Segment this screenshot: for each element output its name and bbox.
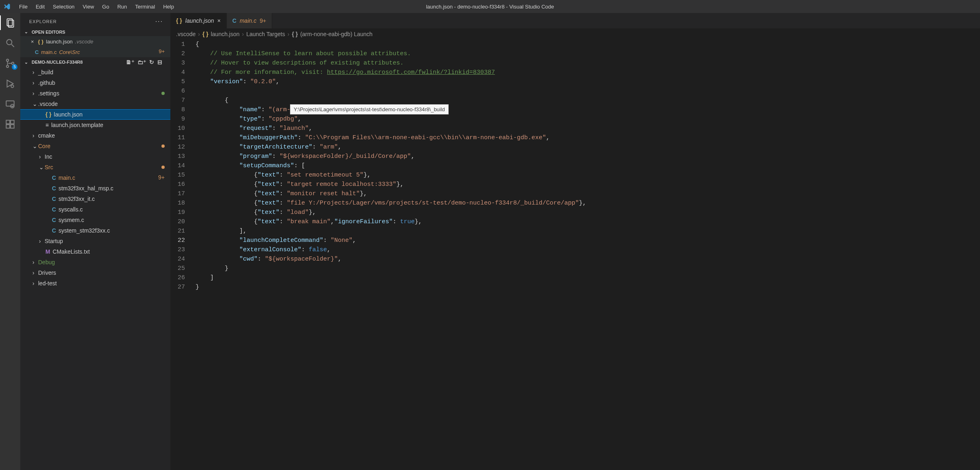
tree-label: stm32f3xx_hal_msp.c	[58, 185, 113, 192]
tab-label: launch.json	[185, 17, 214, 24]
tree-label: Src	[45, 164, 53, 170]
editor-tab[interactable]: { }launch.json×	[170, 13, 227, 28]
tree-label: Drivers	[38, 269, 56, 276]
collapse-icon[interactable]: ⊟	[157, 59, 162, 65]
extensions-icon[interactable]	[4, 119, 16, 130]
close-icon[interactable]: ×	[217, 17, 221, 24]
svg-point-7	[11, 85, 13, 88]
modified-dot-icon	[161, 144, 165, 148]
tree-label: Core	[38, 143, 50, 149]
tree-label: launch.json	[54, 111, 83, 118]
file-icon: C	[52, 217, 56, 223]
tree-label: stm32f3xx_it.c	[58, 196, 95, 202]
tree-label: _build	[38, 69, 53, 75]
breadcrumb-item[interactable]: .vscode	[176, 31, 196, 37]
breadcrumbs[interactable]: .vscode›{ }launch.json›Launch Targets›{ …	[170, 28, 980, 40]
folder-item[interactable]: ›_build	[20, 67, 170, 78]
tree-label: cmake	[38, 132, 55, 139]
sidebar: EXPLORER ··· ⌄OPEN EDITORS ×{ }launch.js…	[20, 13, 170, 470]
file-icon: M	[45, 248, 50, 255]
chevron-icon: ›	[39, 238, 45, 244]
breadcrumb-icon: { }	[202, 31, 208, 37]
menu-selection[interactable]: Selection	[49, 2, 78, 11]
source-control-icon[interactable]: 5	[4, 58, 16, 69]
sidebar-title: EXPLORER	[29, 19, 57, 24]
file-hint: .vscode	[75, 39, 93, 45]
tree-label: .github	[38, 80, 55, 86]
file-icon: { }	[38, 39, 44, 45]
folder-item[interactable]: ›.github	[20, 78, 170, 88]
svg-rect-10	[6, 120, 10, 124]
breadcrumb-item[interactable]: Launch Targets	[246, 31, 285, 37]
menu-run[interactable]: Run	[114, 2, 131, 11]
editor-area: { }launch.json×Cmain.c9+ .vscode›{ }laun…	[170, 13, 980, 470]
run-debug-icon[interactable]	[4, 78, 16, 89]
menu-bar: FileEditSelectionViewGoRunTerminalHelp	[15, 2, 178, 11]
file-item[interactable]: Cstm32f3xx_it.c	[20, 194, 170, 204]
file-item[interactable]: Cstm32f3xx_hal_msp.c	[20, 183, 170, 194]
folder-name: DEMO-NUCLEO-F334R8	[32, 60, 83, 65]
open-editor-item[interactable]: Cmain.cCore\Src9+	[20, 47, 170, 57]
vscode-logo-icon	[3, 3, 11, 10]
file-tree: ›_build›.github›.settings⌄.vscode{ }laun…	[20, 67, 170, 470]
folder-item[interactable]: ›Debug	[20, 257, 170, 267]
file-item[interactable]: Csystem_stm32f3xx.c	[20, 225, 170, 236]
menu-terminal[interactable]: Terminal	[131, 2, 159, 11]
menu-edit[interactable]: Edit	[32, 2, 48, 11]
folder-header[interactable]: ⌄DEMO-NUCLEO-F334R8 🗎⁺ 🗀⁺ ↻ ⊟	[20, 57, 170, 67]
file-item[interactable]: MCMakeLists.txt	[20, 246, 170, 257]
refresh-icon[interactable]: ↻	[149, 59, 154, 65]
tree-label: sysmem.c	[58, 217, 84, 223]
chevron-icon: ›	[32, 280, 38, 287]
menu-file[interactable]: File	[15, 2, 31, 11]
chevron-icon: ›	[32, 69, 38, 75]
editor-tab[interactable]: Cmain.c9+	[227, 13, 272, 28]
close-icon[interactable]: ×	[31, 39, 34, 45]
folder-item[interactable]: ›Startup	[20, 236, 170, 246]
svg-rect-13	[11, 120, 14, 124]
modified-badge: 9+	[159, 48, 165, 54]
file-icon: C	[52, 196, 56, 202]
file-item[interactable]: Csysmem.c	[20, 215, 170, 225]
file-label: main.c	[41, 49, 56, 55]
chevron-icon: ⌄	[32, 101, 38, 107]
open-editor-item[interactable]: ×{ }launch.json.vscode	[20, 36, 170, 47]
menu-go[interactable]: Go	[99, 2, 113, 11]
modified-badge: 9+	[260, 17, 266, 24]
breadcrumb-item[interactable]: launch.json	[211, 31, 240, 37]
file-item[interactable]: Cmain.c9+	[20, 172, 170, 183]
file-item[interactable]: Csyscalls.c	[20, 204, 170, 215]
new-file-icon[interactable]: 🗎⁺	[126, 59, 134, 65]
scm-badge: 5	[12, 64, 17, 70]
open-editors-header[interactable]: ⌄OPEN EDITORS	[20, 28, 170, 36]
folder-item[interactable]: ›Drivers	[20, 267, 170, 278]
folder-item[interactable]: ›.settings	[20, 88, 170, 99]
explorer-icon[interactable]	[4, 17, 16, 28]
folder-item[interactable]: ›Inc	[20, 151, 170, 162]
file-icon: C	[35, 49, 39, 55]
file-label: launch.json	[46, 39, 73, 45]
folder-item[interactable]: ⌄Core	[20, 141, 170, 151]
folder-item[interactable]: ›cmake	[20, 130, 170, 141]
window-title: launch.json - demo-nucleo-f334r8 - Visua…	[426, 4, 554, 10]
file-item[interactable]: { }launch.json	[20, 109, 170, 120]
file-icon: C	[52, 175, 56, 181]
breadcrumb-item[interactable]: (arm-none-eabi-gdb) Launch	[300, 31, 372, 37]
new-folder-icon[interactable]: 🗀⁺	[138, 59, 146, 65]
remote-icon[interactable]	[4, 98, 16, 110]
file-icon: C	[52, 206, 56, 213]
file-icon: C	[232, 17, 236, 24]
folder-item[interactable]: ⌄Src	[20, 162, 170, 172]
menu-view[interactable]: View	[79, 2, 98, 11]
folder-item[interactable]: ⌄.vscode	[20, 99, 170, 109]
file-item[interactable]: ≡launch.json.template	[20, 120, 170, 130]
search-icon[interactable]	[4, 37, 16, 49]
tree-label: CMakeLists.txt	[53, 248, 90, 255]
menu-help[interactable]: Help	[159, 2, 178, 11]
file-icon: C	[52, 185, 56, 192]
more-icon[interactable]: ···	[155, 18, 163, 25]
folder-item[interactable]: ›led-test	[20, 278, 170, 289]
chevron-icon: ›	[39, 153, 45, 160]
svg-point-2	[6, 39, 12, 45]
svg-rect-8	[6, 101, 14, 106]
